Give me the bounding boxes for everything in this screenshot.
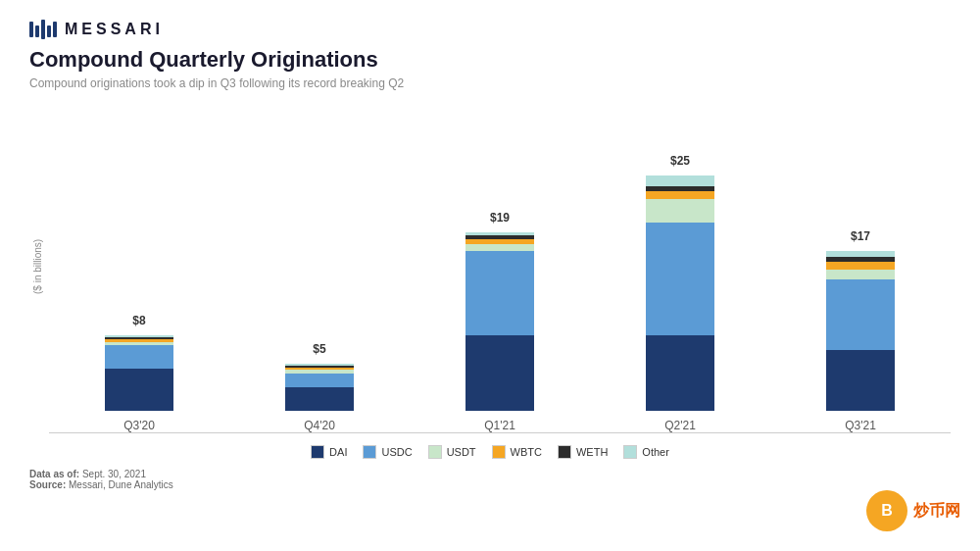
segment-wbtc-q2_21 xyxy=(646,191,714,199)
source: Source: Messari, Dune Analytics xyxy=(29,479,951,490)
bar-x-label-q3_21: Q3'21 xyxy=(845,419,876,432)
segment-usdt-q1_21 xyxy=(466,244,534,251)
segment-usdc-q4_20 xyxy=(285,374,354,387)
segment-usdt-q3_21 xyxy=(826,270,895,279)
bar-group-q4_20: $5Q4'20 xyxy=(285,364,354,432)
watermark-text: 炒币网 xyxy=(913,501,960,522)
segment-usdc-q3_20 xyxy=(105,345,173,369)
messari-logo-icon xyxy=(29,20,57,39)
bar-group-q3_21: $17Q3'21 xyxy=(826,251,895,432)
svg-rect-1 xyxy=(35,25,39,37)
legend-color-usdc xyxy=(363,445,376,459)
legend-label-usdc: USDC xyxy=(381,446,412,458)
svg-rect-0 xyxy=(29,22,33,37)
legend-item-wbtc: WBTC xyxy=(492,445,542,459)
legend-color-wbtc xyxy=(492,445,506,459)
bar-x-label-q1_21: Q1'21 xyxy=(484,419,515,432)
legend-label-usdt: USDT xyxy=(447,446,476,458)
bar-stack-q3_20 xyxy=(105,335,173,411)
bar-stack-q4_20 xyxy=(285,364,354,411)
bar-total-label-q3_21: $17 xyxy=(826,229,895,243)
logo-text: MESSARI xyxy=(65,21,164,38)
svg-rect-2 xyxy=(41,20,45,39)
bar-group-q3_20: $8Q3'20 xyxy=(105,335,173,432)
bar-stack-q3_21 xyxy=(826,251,895,411)
watermark: B 炒币网 xyxy=(866,490,960,531)
segment-usdc-q3_21 xyxy=(826,279,895,350)
legend-color-weth xyxy=(558,445,571,459)
bar-total-label-q4_20: $5 xyxy=(285,342,354,356)
legend-label-wbtc: WBTC xyxy=(511,446,542,458)
bar-stack-q2_21 xyxy=(646,175,714,411)
legend-item-other: Other xyxy=(623,445,669,459)
legend-color-other xyxy=(623,445,637,459)
segment-other-q2_21 xyxy=(646,175,714,186)
bar-total-label-q3_20: $8 xyxy=(105,314,173,327)
y-axis-label: ($ in billions) xyxy=(29,100,45,433)
legend-color-usdt xyxy=(428,445,442,459)
svg-rect-4 xyxy=(53,22,57,37)
footer: Data as of: Sept. 30, 2021 Source: Messa… xyxy=(29,469,951,490)
legend-label-other: Other xyxy=(642,446,669,458)
segment-usdt-q2_21 xyxy=(646,199,714,223)
chart-title: Compound Quarterly Originations xyxy=(29,47,951,73)
legend-color-dai xyxy=(311,445,324,459)
bar-group-q1_21: $19Q1'21 xyxy=(466,232,534,432)
chart-area: ($ in billions) $8Q3'20$5Q4'20$19Q1'21$2… xyxy=(29,100,951,433)
chart-legend: DAIUSDCUSDTWBTCWETHOther xyxy=(29,445,951,459)
segment-wbtc-q3_21 xyxy=(826,262,895,270)
segment-dai-q3_20 xyxy=(105,369,173,411)
segment-usdc-q2_21 xyxy=(646,223,714,335)
page-container: MESSARI Compound Quarterly Originations … xyxy=(0,0,980,551)
bar-x-label-q2_21: Q2'21 xyxy=(664,419,696,432)
bar-x-label-q3_20: Q3'20 xyxy=(123,419,155,432)
bar-group-q2_21: $25Q2'21 xyxy=(646,175,714,432)
data-as-of: Data as of: Sept. 30, 2021 xyxy=(29,469,951,479)
bars-container: $8Q3'20$5Q4'20$19Q1'21$25Q2'21$17Q3'21 xyxy=(49,100,951,433)
legend-item-dai: DAI xyxy=(311,445,347,459)
bar-total-label-q2_21: $25 xyxy=(646,154,714,168)
legend-label-dai: DAI xyxy=(329,446,347,458)
segment-dai-q2_21 xyxy=(646,335,714,411)
segment-dai-q3_21 xyxy=(826,350,895,411)
bar-x-label-q4_20: Q4'20 xyxy=(304,419,335,432)
legend-item-usdc: USDC xyxy=(363,445,412,459)
logo-row: MESSARI xyxy=(29,20,951,39)
bar-stack-q1_21 xyxy=(466,232,534,411)
chart-inner: $8Q3'20$5Q4'20$19Q1'21$25Q2'21$17Q3'21 xyxy=(49,100,951,433)
bar-total-label-q1_21: $19 xyxy=(466,211,534,225)
segment-dai-q4_20 xyxy=(285,387,354,411)
svg-rect-3 xyxy=(47,25,51,37)
segment-dai-q1_21 xyxy=(466,335,534,411)
watermark-icon: B xyxy=(866,490,907,531)
legend-label-weth: WETH xyxy=(576,446,608,458)
legend-item-usdt: USDT xyxy=(428,445,476,459)
legend-item-weth: WETH xyxy=(558,445,608,459)
segment-usdc-q1_21 xyxy=(466,251,534,335)
chart-subtitle: Compound originations took a dip in Q3 f… xyxy=(29,76,951,90)
